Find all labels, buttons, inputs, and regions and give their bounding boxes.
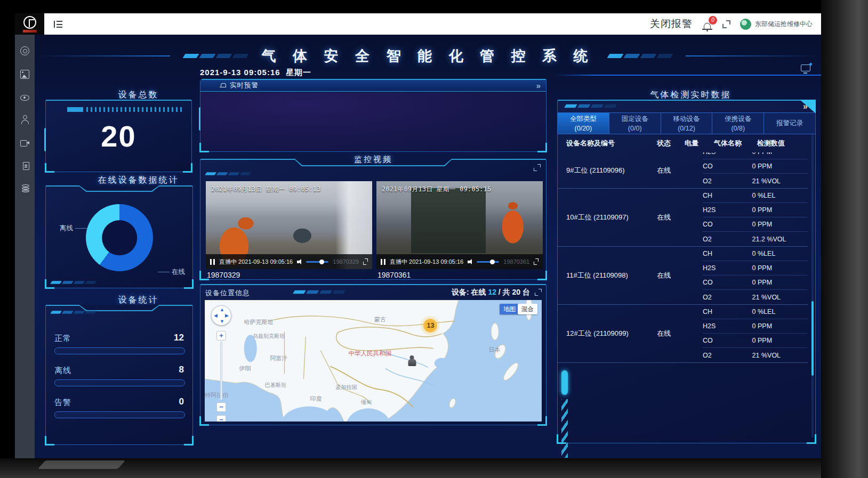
stream-watermark: 19870329 (333, 258, 359, 265)
header-deco-right (608, 54, 672, 58)
tab-fixed-devices[interactable]: 固定设备(0/0) (609, 113, 661, 134)
user-icon[interactable] (20, 115, 29, 124)
page-title: 气 体 安 全 智 能 化 管 控 系 统 (261, 46, 594, 66)
map-label: 缅甸 (361, 399, 372, 406)
gas-tabs: 全部类型(0/20) 固定设备(0/0) 移动设备(0/12) 便携设备(0/8… (558, 112, 815, 134)
video-timestamp: 2021年09月13日 星期一 09:05:15 (382, 185, 492, 193)
map-pan-control[interactable]: ▲▼ ◀▶ (211, 305, 231, 326)
warning-title: 实时预警 (230, 81, 259, 90)
panel-deco-slats (565, 104, 616, 108)
map-panel-title: 设备位置信息 (205, 288, 250, 298)
volume-slider[interactable] (306, 261, 328, 263)
header-line-left (37, 55, 170, 56)
map-zoom-slider[interactable]: + − − (216, 331, 226, 382)
panel-deco-slats (51, 311, 95, 314)
avatar (740, 19, 751, 30)
map-label: 巴基斯坦 (265, 382, 286, 389)
monitor-bezel-right (821, 0, 868, 478)
bar-value-alarm: 0 (157, 396, 184, 407)
gas-table: 9#工位 (21109096) 在线 H2S0 PPM CO0 PPM O221… (558, 152, 808, 443)
expand-icon[interactable] (363, 258, 368, 265)
user-menu[interactable]: 东部储运抢维修中心 (740, 19, 813, 30)
panel-corner-deco (800, 100, 816, 114)
table-row-11[interactable]: 11#工位 (21109098) 在线 CH0 %LEL H2S0 PPM CO… (558, 247, 808, 305)
org-name: 东部储运抢维修中心 (755, 20, 813, 29)
map-label: 哈萨克斯坦 (244, 318, 274, 326)
live-status: 直播中 2021-09-13 09:05:16 (390, 258, 463, 266)
volume-icon[interactable] (297, 259, 302, 264)
table-header: 设备名称及编号 状态 电量 气体名称 检测数值 (558, 134, 808, 152)
map[interactable]: 哈萨克斯坦 蒙古 日本 中华人民共和国 乌兹别克斯坦 伊朗 阿富汗 巴基斯坦 印… (205, 300, 542, 422)
image-icon[interactable] (20, 70, 29, 79)
gas-data-panel: » 全部类型(0/20) 固定设备(0/0) 移动设备(0/12) 便携设备(0… (557, 100, 816, 443)
tab-portable-devices[interactable]: 便携设备(0/8) (712, 113, 764, 134)
zoom-out-button-2[interactable]: − (216, 415, 226, 422)
device-marker[interactable] (408, 355, 416, 366)
online-stats-panel: 离线 在线 (45, 185, 193, 288)
header-line-right (686, 55, 819, 56)
collapse-menu-icon[interactable] (54, 21, 62, 28)
map-label: 印度 (310, 394, 322, 402)
zoom-in-button[interactable]: + (216, 331, 226, 341)
volume-slider[interactable] (477, 261, 499, 263)
map-label: 伊朗 (239, 364, 251, 372)
video-feed-1[interactable]: 2021年09月13日 星期一 09:05:13 直播中 2021-09-13 … (206, 181, 372, 269)
panel-notch (78, 185, 160, 192)
scrollbar-thumb[interactable] (811, 301, 814, 376)
warning-list-empty (201, 92, 545, 151)
tab-mobile-devices[interactable]: 移动设备(0/12) (661, 113, 713, 134)
tab-all-types[interactable]: 全部类型(0/20) (558, 113, 609, 134)
header-deco-left (184, 54, 247, 58)
camera-icon[interactable] (20, 139, 29, 148)
gas-panel-more-button[interactable]: » (803, 102, 808, 111)
warning-more-button[interactable]: » (536, 81, 541, 90)
bar-value-normal: 12 (157, 333, 184, 343)
notification-badge: 0 (709, 16, 717, 25)
map-type-map-button[interactable]: 地图 (500, 304, 519, 314)
total-devices-value: 20 (46, 119, 191, 153)
map-label: 日本 (489, 346, 501, 354)
map-panel: 设备位置信息 设备: 在线 12 / 共 20 台 (200, 284, 546, 425)
screen: 关闭报警 0 东部储运抢维修中心 气 体 安 全 智 能 化 管 控 系 统 (15, 13, 821, 458)
bar-value-offline: 8 (157, 364, 184, 375)
zoom-out-button[interactable]: − (216, 402, 226, 412)
legend-online: 在线 (156, 268, 185, 277)
close-alarm-button[interactable]: 关闭报警 (650, 17, 693, 31)
table-row-12[interactable]: 12#工位 (21109099) 在线 CH0 %LEL H2S0 PPM CO… (558, 305, 808, 363)
video-controls: 直播中 2021-09-13 09:05:16 19870361 (376, 254, 543, 269)
video-fullscreen-icon[interactable] (534, 164, 541, 171)
panel-bracket (199, 107, 202, 131)
screen-share-icon[interactable] (801, 64, 810, 71)
video-controls: 直播中 2021-09-13 09:05:16 19870329 (206, 254, 372, 269)
map-type-hybrid-button[interactable]: 混合 (518, 304, 537, 314)
volume-icon[interactable] (468, 259, 472, 264)
panel-notch (78, 305, 160, 311)
video-feed-2[interactable]: 2021年09月13日 星期一 09:05:15 直播中 2021-09-13 … (376, 181, 543, 269)
brand-logo-icon (23, 16, 36, 29)
notification-bell-icon[interactable]: 0 (702, 20, 713, 31)
pause-button[interactable] (381, 259, 385, 265)
stream-watermark: 19870361 (503, 258, 529, 265)
dashboard-header: 气 体 安 全 智 能 化 管 控 系 统 (35, 46, 821, 66)
table-row-9[interactable]: 9#工位 (21109096) 在线 H2S0 PPM CO0 PPM O221… (558, 152, 808, 189)
exit-fullscreen-icon[interactable] (722, 20, 730, 28)
zoom-track[interactable] (220, 342, 222, 400)
table-scrollbar (811, 134, 814, 438)
monitor-bezel-reflection (38, 460, 125, 469)
device-cluster-marker[interactable]: 13 (423, 319, 437, 333)
bar-alarm (54, 411, 185, 418)
document-icon[interactable] (23, 162, 29, 170)
datetime: 2021-9-13 09:05:16 星期一 (200, 68, 311, 78)
map-label: 阿富汗 (270, 354, 288, 362)
pause-button[interactable] (210, 259, 215, 265)
bar-label-alarm: 告警 (54, 398, 71, 408)
bar-label-normal: 正常 (54, 334, 71, 344)
bar-normal (54, 347, 185, 354)
dashboard-icon[interactable] (20, 46, 29, 55)
tab-alarm-records[interactable]: 报警记录 (764, 113, 815, 134)
expand-icon[interactable] (534, 258, 539, 265)
table-row-10[interactable]: 10#工位 (21109097) 在线 CH0 %LEL H2S0 PPM CO… (558, 189, 808, 247)
map-fullscreen-icon[interactable] (535, 289, 542, 296)
alarm-bell-icon (220, 83, 226, 89)
brand-logo (15, 13, 44, 35)
